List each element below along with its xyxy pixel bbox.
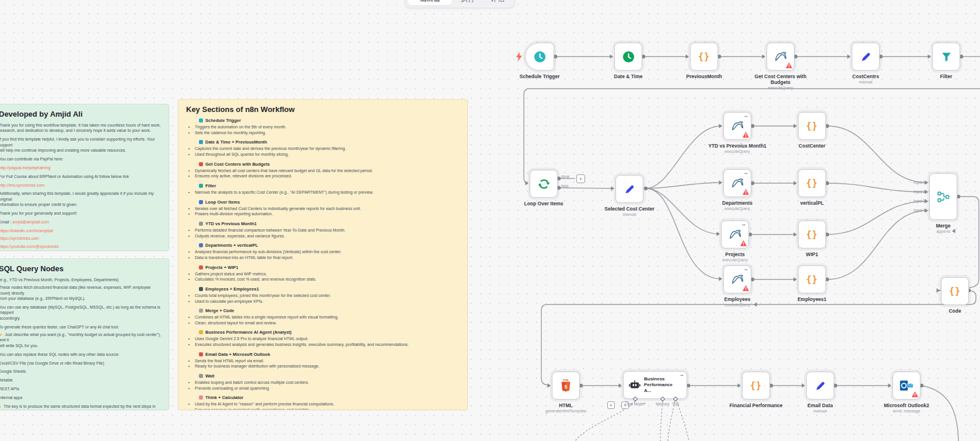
node-employees[interactable]: → xyxy=(723,265,751,293)
note-paragraph: Thank you for your generosity and suppor… xyxy=(0,211,161,216)
magnifier-icon xyxy=(199,184,203,188)
section-title: Loop Over Items xyxy=(199,200,460,205)
section-bullets: Narrows the analysis to a specific Cost … xyxy=(186,190,460,195)
node-date-time[interactable] xyxy=(614,43,642,71)
node-code[interactable]: {} xyxy=(941,277,969,305)
node-filter[interactable] xyxy=(932,43,960,71)
input-arrow xyxy=(719,180,723,185)
node-email-data[interactable] xyxy=(806,372,834,400)
note-link[interactable]: https://youtube.com/@syncbricks xyxy=(0,244,161,249)
node-financial-performance[interactable]: {} xyxy=(742,372,770,400)
port-label-input4: Input 4 xyxy=(901,208,925,212)
note-paragraph: ● The key is to produce the same structu… xyxy=(0,404,161,410)
node-previous-month[interactable]: {} xyxy=(690,43,718,71)
section-title-text: Get Cost Centers with Budgets xyxy=(205,162,270,167)
node-departments[interactable]: → xyxy=(723,169,751,197)
ai-connector-wire xyxy=(660,401,663,441)
note-link[interactable]: https://syncbricks.com xyxy=(0,236,161,241)
warning-icon xyxy=(912,391,918,397)
sticky-note-key-sections[interactable]: Key Sections of n8n Workflow Schedule Tr… xyxy=(178,99,468,410)
note-paragraph: (e.g., YTD vs Previous Month, Projects, … xyxy=(0,277,161,282)
node-label: Merge xyxy=(902,223,980,229)
add-node-button[interactable]: + xyxy=(607,401,615,409)
sticky-note-developer[interactable]: Developed by Amjid Ali Thank you for usi… xyxy=(0,104,169,251)
note-paragraph: To generate these queries faster, use Ch… xyxy=(0,324,161,330)
node-verticalpl[interactable]: {} xyxy=(798,169,826,197)
ai-connector-wire xyxy=(668,401,675,441)
section-title-text: Merge + Code xyxy=(205,308,234,313)
section-title: Email Data + Microsoft Outlook xyxy=(199,352,460,357)
section-title-text: Business Performance AI Agent (Analyst) xyxy=(205,330,292,335)
tab-executions[interactable]: 执行 xyxy=(454,0,482,5)
node-microsoft-outlook2[interactable] xyxy=(892,372,921,400)
input-arrow xyxy=(719,124,723,128)
section-bullet: Enables looping and batch control across… xyxy=(195,380,460,386)
node-ytd-vs-prevoius-month1[interactable]: → xyxy=(723,112,751,140)
node-costcentrs[interactable] xyxy=(852,43,880,71)
output-port xyxy=(644,187,648,190)
node-costcenter[interactable]: {} xyxy=(798,112,826,140)
note-link[interactable]: https://linkedin.com/in/amjidali xyxy=(0,228,161,233)
port-label-input2: Input 2 xyxy=(901,190,925,194)
section-title-text: Schedule Trigger xyxy=(205,118,241,123)
section-title-text: Departments + verticalPL xyxy=(205,243,258,248)
notebook-icon xyxy=(199,265,203,270)
connection-wire xyxy=(646,183,721,188)
input-arrow xyxy=(794,124,797,128)
section-bullets: Uses Google Gemini 2.5 Pro to analyze fi… xyxy=(186,336,460,347)
node-html[interactable]: HTML5 xyxy=(552,372,580,400)
section-bullet: Dynamically fetches all cost centers tha… xyxy=(195,168,460,174)
section-title: YTD vs Previous Month1 xyxy=(199,221,460,226)
section-bullet: Gathers project status and WIP metrics. xyxy=(195,271,460,277)
tab-evaluations[interactable]: 评估 xyxy=(484,0,512,5)
port-label-text: loop xyxy=(561,184,568,188)
node-projects[interactable]: → xyxy=(721,220,749,249)
section-bullet: Prevents overloading or email spamming. xyxy=(195,386,460,391)
node-label: Filter xyxy=(905,74,980,79)
node-selected-cost-center[interactable] xyxy=(615,175,643,203)
input-arrow xyxy=(762,54,766,59)
section-bullet: Ready for business manager distribution … xyxy=(195,363,460,369)
node-label: Projects xyxy=(694,251,776,257)
node-wip1[interactable]: {} xyxy=(798,220,826,249)
subworkflow-arrow-icon: → xyxy=(743,170,748,176)
node-loop-over-items[interactable] xyxy=(530,170,558,198)
warning-icon xyxy=(743,285,749,291)
input-arrow xyxy=(548,383,551,388)
workflow-section-9: Employees + Employees1Counts total emplo… xyxy=(186,286,460,304)
node-label: Employees1 xyxy=(771,296,853,302)
n8n-workflow-editor: 编辑器 执行 评估 Developed by Amjid Ali Thank y… xyxy=(0,0,980,441)
port-label-text: Input 4 xyxy=(914,208,925,212)
node-inline-label: Business Performance A... xyxy=(644,376,680,394)
tab-editor[interactable]: 编辑器 xyxy=(408,0,452,5)
add-node-button[interactable]: + xyxy=(576,174,585,183)
input-arrow xyxy=(925,208,929,213)
note-text: http://paypal.me/pmptraining xyxy=(0,166,50,170)
input-arrow xyxy=(686,54,690,59)
sticky-note-sql-query-nodes[interactable]: SQL Query Nodes (e.g., YTD vs Previous M… xyxy=(0,258,169,410)
note-text: https://syncbricks.com xyxy=(0,236,39,240)
note-link[interactable]: http://lms.syncbricks.com xyxy=(0,183,161,188)
mysql-icon xyxy=(728,228,743,242)
connection-wire xyxy=(646,126,721,188)
node-merge[interactable] xyxy=(929,173,957,220)
port-label-done: done xyxy=(561,174,569,178)
node-business-performance-agent[interactable]: Business Performance A...→ xyxy=(623,371,687,399)
note-link[interactable]: amjid@amjidali.com xyxy=(12,220,49,224)
node-label: CostCenter xyxy=(771,143,853,149)
node-get-cost-centers-with-budgets[interactable] xyxy=(766,43,794,71)
section-bullets: Dynamically fetches all cost centers tha… xyxy=(186,168,460,179)
workflow-section-8: Projects + WIP1Gathers project status an… xyxy=(186,265,460,282)
workflow-section-13: WaitEnables looping and batch control ac… xyxy=(186,373,460,391)
node-schedule-trigger[interactable] xyxy=(525,43,554,71)
loop-icon xyxy=(537,177,551,191)
node-label: verticalPL xyxy=(771,200,853,206)
merge-icon xyxy=(937,190,950,204)
section-title: Get Cost Centers with Budgets xyxy=(199,162,460,167)
note-text: The key is to produce the same structure… xyxy=(0,404,156,410)
pencil-icon xyxy=(624,183,636,195)
note-text: You can contribute via PayPal here: xyxy=(0,157,64,161)
node-employees1[interactable]: {} xyxy=(798,265,826,293)
note-link[interactable]: http://paypal.me/pmptraining xyxy=(0,165,161,170)
section-bullet: Calculates % invoiced, cost % used, and … xyxy=(195,276,460,282)
